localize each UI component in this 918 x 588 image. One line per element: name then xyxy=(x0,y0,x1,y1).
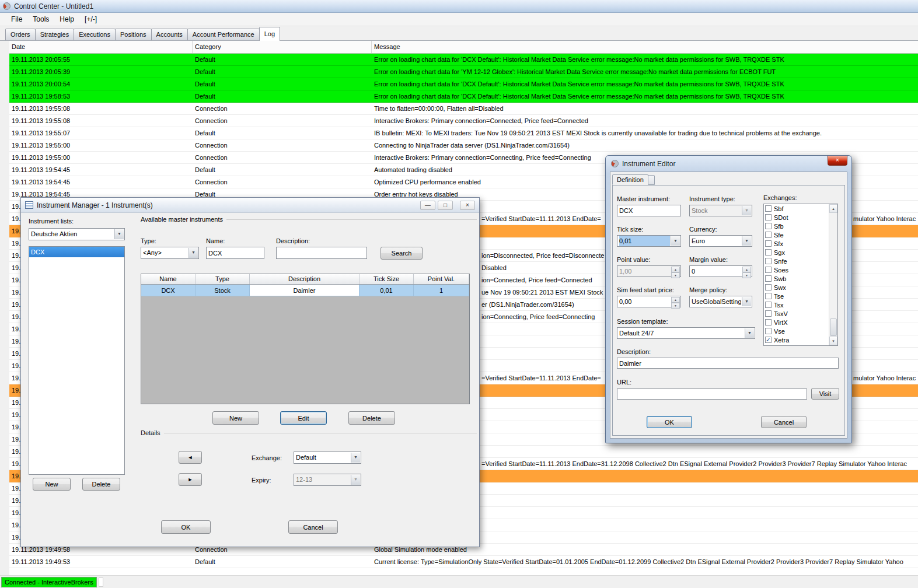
visit-button[interactable]: Visit xyxy=(811,388,839,400)
scroll-down-icon[interactable]: ▼ xyxy=(829,337,837,345)
scrollbar-thumb[interactable] xyxy=(830,318,837,336)
checkbox-virtx[interactable] xyxy=(765,319,772,326)
description-filter-input[interactable] xyxy=(276,247,367,259)
spin-down-icon[interactable]: ▼ xyxy=(671,303,680,309)
master-instrument-input[interactable] xyxy=(617,205,681,216)
spin-down-icon[interactable]: ▼ xyxy=(742,272,751,278)
grid-cell-name[interactable]: DCX xyxy=(141,285,196,296)
name-filter-input[interactable] xyxy=(206,247,264,259)
exchange-item-swb[interactable]: Swb xyxy=(764,274,837,283)
grid-column-header-name[interactable]: Name xyxy=(141,274,196,284)
grid-column-header-point-val[interactable]: Point Val. xyxy=(414,274,469,284)
checkbox-sdot[interactable] xyxy=(765,214,772,220)
tab-account-performance[interactable]: Account Performance xyxy=(187,29,260,40)
checkbox-vse[interactable] xyxy=(765,328,772,334)
checkbox-soes[interactable] xyxy=(765,267,772,273)
checkbox-tsx[interactable] xyxy=(765,302,772,308)
minimize-icon[interactable]: — xyxy=(420,201,435,210)
type-filter-dropdown[interactable]: <Any> ▼ xyxy=(141,247,199,259)
editor-description-input[interactable] xyxy=(617,358,839,369)
exchange-item-xetra[interactable]: ✓Xetra xyxy=(764,335,837,344)
dropdown-arrow-icon[interactable]: ▼ xyxy=(114,229,124,239)
margin-value-spinner[interactable]: 0 ▲▼ xyxy=(689,265,752,277)
log-row[interactable]: 19.11.2013 19:55:00ConnectionConnecting … xyxy=(9,139,918,152)
close-button[interactable]: × xyxy=(828,156,847,166)
instrument-editor-titlebar[interactable]: Instrument Editor xyxy=(606,156,851,172)
menu-item-help[interactable]: Help xyxy=(54,13,79,26)
dropdown-arrow-icon[interactable]: ▼ xyxy=(742,236,751,246)
checkbox-xetra[interactable]: ✓ xyxy=(765,337,772,343)
checkbox-sgx[interactable] xyxy=(765,249,772,256)
dropdown-arrow-icon[interactable]: ▼ xyxy=(189,248,198,258)
session-template-dropdown[interactable]: Default 24/7 ▼ xyxy=(617,327,755,339)
exchange-item-vse[interactable]: Vse xyxy=(764,327,837,335)
checkbox-sfb[interactable] xyxy=(765,223,772,229)
close-icon[interactable]: × xyxy=(460,201,475,210)
log-row[interactable]: 19.11.2013 19:58:53DefaultError on loadi… xyxy=(9,90,918,103)
dropdown-arrow-icon[interactable]: ▼ xyxy=(351,453,360,463)
editor-cancel-button[interactable]: Cancel xyxy=(761,416,807,428)
instrument-list-box[interactable]: DCX xyxy=(29,246,125,475)
move-right-button[interactable]: ► xyxy=(179,473,202,486)
currency-dropdown[interactable]: Euro ▼ xyxy=(689,235,752,247)
exchange-item-virtx[interactable]: VirtX xyxy=(764,318,837,327)
checkbox-sbf[interactable] xyxy=(765,205,772,212)
grid-column-header-description[interactable]: Description xyxy=(250,274,359,284)
exchange-item-tse[interactable]: Tse xyxy=(764,292,837,300)
list-new-button[interactable]: New xyxy=(33,478,71,491)
log-row[interactable]: 19.11.2013 19:55:08ConnectionTime to fla… xyxy=(9,103,918,115)
instrument-list-item-dcx[interactable]: DCX xyxy=(29,247,124,257)
manager-ok-button[interactable]: OK xyxy=(161,520,211,534)
checkbox-tse[interactable] xyxy=(765,293,772,299)
exchange-item-sfe[interactable]: Sfe xyxy=(764,230,837,239)
exchanges-scrollbar[interactable]: ▲ ▼ xyxy=(829,204,837,345)
menu-item-tools[interactable]: Tools xyxy=(27,13,54,26)
exchange-item-snfe[interactable]: Snfe xyxy=(764,257,837,265)
scroll-up-icon[interactable]: ▲ xyxy=(829,204,837,213)
grid-edit-button[interactable]: Edit xyxy=(280,411,327,425)
move-left-button[interactable]: ◄ xyxy=(179,451,202,464)
instrument-list-dropdown[interactable]: Deutsche Aktien ▼ xyxy=(29,228,125,240)
dropdown-arrow-icon[interactable]: ▼ xyxy=(745,328,754,338)
grid-cell-type[interactable]: Stock xyxy=(196,285,250,296)
exchange-item-sfx[interactable]: Sfx xyxy=(764,239,837,248)
search-button[interactable]: Search xyxy=(381,247,423,260)
manager-cancel-button[interactable]: Cancel xyxy=(288,520,338,534)
log-column-header-category[interactable]: Category xyxy=(193,41,372,53)
tab-strategies[interactable]: Strategies xyxy=(35,29,75,40)
maximize-icon[interactable]: □ xyxy=(438,201,453,210)
spin-up-icon[interactable]: ▲ xyxy=(742,267,751,272)
exchange-dropdown[interactable]: Default ▼ xyxy=(294,452,361,464)
exchange-item-sbf[interactable]: Sbf xyxy=(764,204,837,213)
log-row[interactable]: 19.11.2013 20:05:39DefaultError on loadi… xyxy=(9,66,918,78)
grid-column-header-type[interactable]: Type xyxy=(196,274,250,284)
dropdown-arrow-icon[interactable]: ▼ xyxy=(742,297,751,306)
tab-accounts[interactable]: Accounts xyxy=(151,29,188,40)
exchange-item-sdot[interactable]: SDot xyxy=(764,213,837,222)
tab-orders[interactable]: Orders xyxy=(5,29,36,40)
log-row[interactable]: 19.11.2013 20:00:54DefaultError on loadi… xyxy=(9,78,918,90)
editor-ok-button[interactable]: OK xyxy=(647,416,692,428)
checkbox-swx[interactable] xyxy=(765,284,772,290)
checkbox-swb[interactable] xyxy=(765,275,772,282)
master-grid-row[interactable]: DCXStockDaimler0,011 xyxy=(141,285,469,296)
sim-feed-start-price-spinner[interactable]: 0,00 ▲▼ xyxy=(617,296,681,307)
exchange-item-tsxv[interactable]: TsxV xyxy=(764,309,837,318)
checkbox-snfe[interactable] xyxy=(765,258,772,264)
exchanges-list[interactable]: SbfSDotSfbSfeSfxSgxSnfeSoesSwbSwxTseTsxT… xyxy=(763,204,838,346)
log-column-header-message[interactable]: Message xyxy=(372,41,918,53)
instrument-manager-titlebar[interactable]: Instrument Manager - 1 Instrument(s) — □… xyxy=(21,198,479,213)
log-row[interactable]: 19.11.2013 19:49:53DefaultCurrent licens… xyxy=(9,556,918,568)
checkbox-sfx[interactable] xyxy=(765,240,772,247)
checkbox-sfe[interactable] xyxy=(765,232,772,238)
exchange-item-tsx[interactable]: Tsx xyxy=(764,300,837,309)
grid-column-header-tick-size[interactable]: Tick Size xyxy=(359,274,414,284)
exchange-item-soes[interactable]: Soes xyxy=(764,265,837,274)
log-column-header-date[interactable]: Date xyxy=(9,41,193,53)
log-row[interactable]: 19.11.2013 19:55:08ConnectionInteractive… xyxy=(9,115,918,127)
list-delete-button[interactable]: Delete xyxy=(82,478,120,491)
grid-cell-tick-size[interactable]: 0,01 xyxy=(359,285,414,296)
url-input[interactable] xyxy=(617,388,807,400)
tab-positions[interactable]: Positions xyxy=(115,29,152,40)
menu-item-file[interactable]: File xyxy=(6,13,27,26)
